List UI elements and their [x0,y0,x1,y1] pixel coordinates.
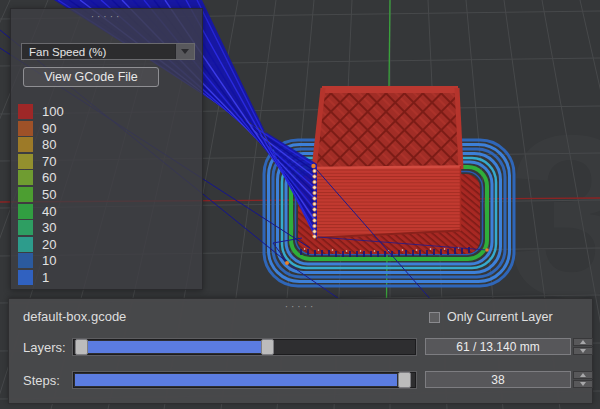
legend-value: 1 [42,270,49,285]
gcode-viewer-window: 3 [0,0,600,409]
model-box-top [314,87,462,170]
legend-row: 30 [18,220,64,235]
steps-decrement-button[interactable] [573,380,593,388]
legend-row: 40 [18,204,64,219]
legend-row: 20 [18,237,64,252]
layers-slider-min-handle[interactable] [75,339,88,355]
legend-value: 10 [42,253,56,268]
arrow-down-icon [580,349,586,353]
legend-swatch [18,170,33,185]
steps-label: Steps: [23,373,60,388]
steps-value-field[interactable]: 38 [425,371,571,388]
steps-slider-handle[interactable] [398,372,411,388]
legend-swatch [18,104,33,119]
steps-increment-button[interactable] [573,371,593,379]
legend-swatch [18,253,33,268]
legend-swatch [18,187,33,202]
legend-swatch [18,270,33,285]
layers-slider-fill [88,341,262,353]
legend-value: 50 [42,187,56,202]
fan-speed-legend-panel: ····· Fan Speed (%) View GCode File 100 … [10,8,203,290]
legend-row: 1 [18,270,64,285]
only-current-layer-checkbox[interactable] [429,312,440,323]
legend-swatch [18,237,33,252]
arrow-down-icon [580,382,586,386]
layers-label: Layers: [23,340,66,355]
dropdown-selected-value: Fan Speed (%) [22,46,175,58]
legend-swatch [18,154,33,169]
legend-swatch [18,220,33,235]
layer-scrubber-panel: ····· default-box.gcode Only Current Lay… [8,298,593,404]
legend-value: 90 [42,121,56,136]
legend-row: 80 [18,137,64,152]
legend-swatch [18,137,33,152]
layers-decrement-button[interactable] [573,347,593,355]
layers-increment-button[interactable] [573,338,593,346]
legend-value: 60 [42,170,56,185]
legend-value: 20 [42,237,56,252]
steps-slider[interactable] [73,372,416,388]
model-box-front [312,166,461,239]
legend-swatch [18,204,33,219]
only-current-layer-label: Only Current Layer [447,310,553,324]
chevron-down-icon[interactable] [175,44,194,59]
layers-slider[interactable] [73,339,416,355]
layers-value-field[interactable]: 61 / 13.140 mm [425,338,571,355]
layers-slider-handle[interactable] [261,339,274,355]
legend-row: 10 [18,253,64,268]
legend-value: 40 [42,204,56,219]
legend-swatch [18,121,33,136]
legend-row: 70 [18,154,64,169]
fan-speed-dropdown[interactable]: Fan Speed (%) [21,43,195,60]
fan-speed-legend: 100 90 80 70 60 50 40 30 [18,104,64,285]
legend-row: 100 [18,104,64,119]
legend-row: 90 [18,121,64,136]
legend-value: 80 [42,137,56,152]
legend-value: 100 [42,104,64,119]
arrow-up-icon [580,373,586,377]
panel-drag-handle[interactable]: ····· [11,12,202,22]
legend-value: 30 [42,220,56,235]
arrow-up-icon [580,340,586,344]
gcode-filename: default-box.gcode [23,309,126,324]
only-current-layer-control[interactable]: Only Current Layer [429,310,553,324]
legend-row: 50 [18,187,64,202]
view-gcode-file-button[interactable]: View GCode File [23,67,159,87]
steps-slider-fill [75,374,397,386]
legend-value: 70 [42,154,56,169]
legend-row: 60 [18,170,64,185]
